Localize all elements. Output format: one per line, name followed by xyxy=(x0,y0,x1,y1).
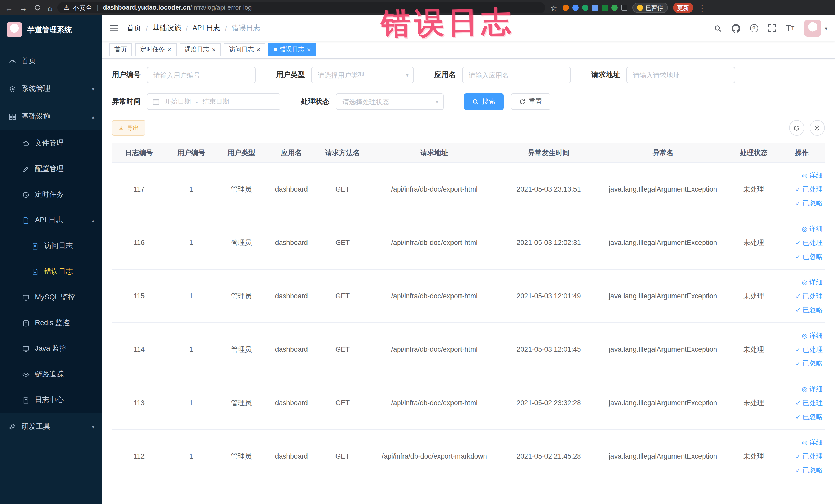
url-domain: dashboard.yudao.iocoder.cn xyxy=(103,4,190,11)
github-icon[interactable] xyxy=(731,24,740,33)
cell-time: 2021-05-03 12:02:31 xyxy=(500,216,597,269)
sidebar-item-scheduled-jobs[interactable]: 定时任务 xyxy=(0,182,102,207)
logo[interactable]: 芋道管理系统 xyxy=(0,15,102,44)
fullscreen-icon[interactable] xyxy=(768,24,776,32)
security-label[interactable]: 不安全 xyxy=(73,3,92,12)
breadcrumb-item[interactable]: 基础设施 xyxy=(152,24,181,33)
close-icon[interactable]: × xyxy=(167,46,171,53)
user-type-select[interactable] xyxy=(311,67,414,83)
column-settings-button[interactable] xyxy=(809,120,825,136)
app-name-input[interactable] xyxy=(462,67,571,83)
sidebar-item-home[interactable]: 首页 xyxy=(0,47,102,75)
menu-label: 定时任务 xyxy=(35,190,64,199)
cell-log-id: 114 xyxy=(112,323,166,376)
detail-link[interactable]: ◎详细 xyxy=(802,171,823,180)
processed-link[interactable]: ✓已处理 xyxy=(795,451,823,461)
ignored-link[interactable]: ✓已忽略 xyxy=(795,359,823,368)
processed-link[interactable]: ✓已处理 xyxy=(795,238,823,247)
cell-status: 未处理 xyxy=(729,269,779,323)
sidebar-item-access-log[interactable]: 访问日志 xyxy=(0,233,102,259)
reset-button[interactable]: 重置 xyxy=(511,94,550,110)
help-icon[interactable]: ? xyxy=(750,24,758,32)
close-icon[interactable]: × xyxy=(212,46,216,53)
sidebar-item-error-log[interactable]: 错误日志 xyxy=(0,259,102,284)
sidebar-item-java-monitor[interactable]: Java 监控 xyxy=(0,336,102,362)
ignored-link[interactable]: ✓已忽略 xyxy=(795,465,823,475)
user-id-input[interactable] xyxy=(147,67,256,83)
cell-log-id: 115 xyxy=(112,269,166,323)
breadcrumb-item[interactable]: API 日志 xyxy=(192,24,221,33)
breadcrumb-item[interactable]: 首页 xyxy=(127,24,141,33)
cell-url: /api/infra/db-doc/export-html xyxy=(369,323,500,376)
cell-log-id: 116 xyxy=(112,216,166,269)
processed-link[interactable]: ✓已处理 xyxy=(795,345,823,354)
back-icon[interactable]: ← xyxy=(5,4,13,12)
sidebar-item-system[interactable]: 系统管理 ▾ xyxy=(0,75,102,103)
tab-label: 访问日志 xyxy=(229,45,253,54)
sidebar-item-log-center[interactable]: 日志中心 xyxy=(0,387,102,413)
menu-label: 文件管理 xyxy=(35,139,64,148)
search-button[interactable]: 搜索 xyxy=(464,94,504,110)
tab-error-log[interactable]: 错误日志 × xyxy=(268,43,316,56)
sidebar-item-infra[interactable]: 基础设施 ▴ xyxy=(0,103,102,130)
address-bar[interactable]: ⚠ 不安全 | dashboard.yudao.iocoder.cn/infra… xyxy=(58,2,545,13)
cell-exception: java.lang.IllegalArgumentException xyxy=(597,323,729,376)
extension-icon[interactable] xyxy=(592,5,598,11)
ignored-link[interactable]: ✓已忽略 xyxy=(795,412,823,421)
detail-link[interactable]: ◎详细 xyxy=(802,224,823,234)
browser-home-icon[interactable]: ⌂ xyxy=(48,4,53,12)
sidebar-item-devtools[interactable]: 研发工具 ▾ xyxy=(0,413,102,441)
sidebar-item-redis-monitor[interactable]: Redis 监控 xyxy=(0,310,102,336)
refresh-button[interactable] xyxy=(789,120,804,136)
tab-access-log[interactable]: 访问日志 × xyxy=(224,43,265,56)
bookmark-star-icon[interactable]: ☆ xyxy=(550,4,557,12)
extension-icon[interactable] xyxy=(563,5,569,11)
sidebar-item-file-manage[interactable]: 文件管理 xyxy=(0,130,102,156)
hamburger-icon[interactable] xyxy=(109,24,119,32)
user-avatar[interactable]: ▾ xyxy=(804,20,827,37)
detail-link[interactable]: ◎详细 xyxy=(802,278,823,287)
tab-schedule-log[interactable]: 调度日志 × xyxy=(179,43,221,56)
update-button[interactable]: 更新 xyxy=(673,3,693,13)
ignored-link[interactable]: ✓已忽略 xyxy=(795,252,823,261)
process-status-select[interactable] xyxy=(336,94,444,110)
extension-icon[interactable] xyxy=(621,5,627,11)
ignored-link[interactable]: ✓已忽略 xyxy=(795,199,823,208)
processed-link[interactable]: ✓已处理 xyxy=(795,185,823,194)
tab-scheduled-jobs[interactable]: 定时任务 × xyxy=(135,43,176,56)
sidebar-item-mysql-monitor[interactable]: MySQL 监控 xyxy=(0,284,102,310)
request-url-input[interactable] xyxy=(626,67,735,83)
browser-menu-dots-icon[interactable]: ⋮ xyxy=(698,4,706,12)
close-icon[interactable]: × xyxy=(256,46,260,53)
detail-link[interactable]: ◎详细 xyxy=(802,438,823,447)
processed-link[interactable]: ✓已处理 xyxy=(795,291,823,301)
table-toolbar: 导出 xyxy=(112,120,825,136)
export-button[interactable]: 导出 xyxy=(112,120,145,136)
sidebar-item-config-manage[interactable]: 配置管理 xyxy=(0,156,102,182)
reload-icon[interactable] xyxy=(34,4,41,11)
detail-link[interactable]: ◎详细 xyxy=(802,384,823,394)
table-row: 115 1 管理员 dashboard GET /api/infra/db-do… xyxy=(112,269,825,323)
toolbar-right xyxy=(789,120,825,136)
forward-icon[interactable]: → xyxy=(20,4,27,12)
cell-app-name: dashboard xyxy=(266,429,317,483)
column-header: 用户类型 xyxy=(217,143,266,163)
extension-icon[interactable] xyxy=(572,5,578,11)
sidebar-item-api-log[interactable]: API 日志 ▴ xyxy=(0,207,102,233)
menu-label: 链路追踪 xyxy=(35,370,64,379)
menu-label: MySQL 监控 xyxy=(35,293,75,302)
extension-icon[interactable] xyxy=(582,5,588,11)
processed-link[interactable]: ✓已处理 xyxy=(795,398,823,407)
detail-link[interactable]: ◎详细 xyxy=(802,331,823,340)
close-icon[interactable]: × xyxy=(307,46,311,53)
browser-nav: ← → ⌂ xyxy=(5,4,53,12)
extension-icon[interactable] xyxy=(602,5,608,11)
sidebar-item-trace[interactable]: 链路追踪 xyxy=(0,362,102,387)
tab-home[interactable]: 首页 xyxy=(109,43,132,56)
extension-icon[interactable] xyxy=(611,5,617,11)
ignored-link[interactable]: ✓已忽略 xyxy=(795,305,823,315)
paused-badge[interactable]: 已暂停 xyxy=(632,3,668,13)
search-icon[interactable] xyxy=(714,24,721,32)
date-range-picker[interactable]: 开始日期 - 结束日期 xyxy=(147,94,280,110)
font-size-icon[interactable]: TT xyxy=(786,24,794,32)
